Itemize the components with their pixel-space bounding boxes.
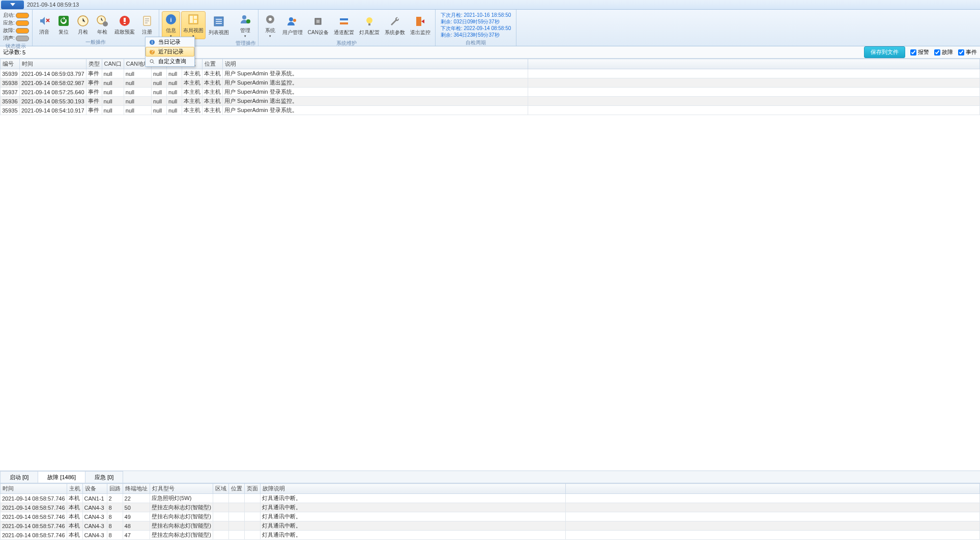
column-header[interactable]: 说明: [223, 59, 528, 69]
selfcheck-line: 剩余: 032日09时59分37秒: [441, 18, 511, 25]
reset-icon: [56, 14, 71, 28]
ribbon-group-status: 启动: 应急: 故障: 消声: 状态提示: [0, 10, 33, 46]
tab-fault[interactable]: 故障 [1486]: [38, 471, 85, 483]
svg-rect-25: [416, 17, 421, 26]
column-header[interactable]: 区域: [213, 484, 228, 494]
mute-button[interactable]: 消音: [35, 11, 53, 38]
table-row[interactable]: 359382021-09-14 08:58:02.987事件nullnullnu…: [1, 78, 980, 88]
svg-point-23: [366, 17, 372, 23]
checkbox-event[interactable]: 事件: [958, 48, 977, 56]
info-dropdown: i当日记录 ?近7日记录 自定义查询: [145, 37, 195, 67]
column-header[interactable]: 时间: [1, 484, 67, 494]
monthcheck-button[interactable]: 月检: [74, 11, 92, 38]
table-row[interactable]: 359352021-09-14 08:54:10.917事件nullnullnu…: [1, 106, 980, 115]
svg-rect-9: [190, 16, 193, 23]
table-row[interactable]: 359362021-09-14 08:55:30.193事件nullnullnu…: [1, 97, 980, 106]
status-emergency: 应急:: [3, 19, 29, 26]
ribbon-group-manage: 管理▾ 管理操作: [234, 10, 258, 46]
table-row[interactable]: 2021-09-14 08:58:57.746本机CAN1-1222应急照明灯(…: [1, 494, 980, 503]
selfcheck-line: 下次年检: 2022-09-14 08:58:50: [441, 25, 511, 32]
svg-point-14: [246, 19, 250, 23]
svg-text:?: ?: [151, 49, 154, 54]
column-header[interactable]: 灯具型号: [150, 484, 213, 494]
ribbon-group-system: 系统▾ 用户管理 CAN设备 通道配置 灯具配置 系统参数 退出监控 系统维护: [258, 10, 436, 46]
column-header[interactable]: 编号: [1, 59, 20, 69]
table-row[interactable]: 2021-09-14 08:58:57.746本机CAN4-3849壁挂右向标志…: [1, 512, 980, 521]
datetime-display: 2021-09-14 08:59:13: [27, 2, 79, 8]
evac-icon: [118, 14, 132, 28]
column-header[interactable]: 位置: [228, 484, 244, 494]
document-icon: [140, 14, 154, 28]
layoutview-button[interactable]: 布局视图▾: [181, 11, 206, 39]
save-to-file-button[interactable]: 保存到文件: [864, 46, 905, 58]
checkbox-alarm[interactable]: 报警: [910, 48, 929, 56]
dropdown-last7[interactable]: ?近7日记录: [146, 47, 194, 57]
bottom-tabs: 启动 [0] 故障 [1486] 应急 [0]: [0, 471, 980, 483]
ribbon-group-label: 一般操作: [35, 39, 157, 46]
column-header[interactable]: 类型: [86, 59, 102, 69]
column-header[interactable]: 页面: [244, 484, 260, 494]
candev-button[interactable]: CAN设备: [306, 11, 331, 39]
user-manage-icon: [238, 12, 252, 26]
sysparam-button[interactable]: 系统参数: [383, 11, 407, 39]
selfcheck-line: 下次月检: 2021-10-16 18:58:50: [441, 12, 511, 18]
column-header[interactable]: 终端地址: [123, 484, 150, 494]
column-header[interactable]: 回路: [107, 484, 123, 494]
ribbon-group-label: 管理操作: [236, 40, 256, 47]
column-header[interactable]: CAN口: [102, 59, 124, 69]
recordcount-label: 记录数:: [3, 48, 21, 56]
svg-rect-22: [340, 22, 348, 24]
list-icon: [212, 14, 226, 29]
ribbon-group-label: 系统维护: [261, 40, 433, 47]
evacplan-button[interactable]: 疏散预案: [112, 11, 137, 38]
column-header[interactable]: 故障说明: [260, 484, 565, 494]
selfcheck-line: 剩余: 364日23时59分37秒: [441, 32, 511, 38]
chip-icon: [311, 14, 325, 29]
listview-button[interactable]: 列表视图: [207, 11, 231, 39]
column-header[interactable]: 主机: [67, 484, 82, 494]
svg-point-3: [103, 21, 108, 26]
table-row[interactable]: 359372021-09-14 08:57:25.640事件nullnullnu…: [1, 88, 980, 97]
exitmon-button[interactable]: 退出监控: [408, 11, 433, 39]
column-header[interactable]: 设备: [82, 484, 107, 494]
chancfg-button[interactable]: 通道配置: [332, 11, 356, 39]
column-header[interactable]: 时间: [20, 59, 87, 69]
lamp-icon: [362, 14, 377, 29]
table-row[interactable]: 2021-09-14 08:58:57.746本机CAN4-3850壁挂左向标志…: [1, 503, 980, 512]
manage-button[interactable]: 管理▾: [236, 11, 254, 39]
gear-icon: [263, 12, 277, 26]
svg-point-13: [242, 15, 246, 19]
svg-text:i: i: [152, 39, 153, 45]
status-fault: 故障:: [3, 27, 29, 34]
table-row[interactable]: 2021-09-14 08:58:57.746本机CAN4-3847壁挂左向标志…: [1, 531, 980, 540]
main-grid[interactable]: 编号时间类型CAN口CAN地址区域位置说明 359392021-09-14 08…: [0, 59, 980, 471]
info-icon: i: [164, 12, 178, 26]
clock-gear-icon: [95, 14, 109, 28]
title-bar: 2021-09-14 08:59:13: [0, 0, 980, 10]
info-button[interactable]: i信息▾: [162, 11, 180, 39]
app-menu-button[interactable]: [1, 1, 24, 9]
users-icon: [285, 14, 300, 29]
system-button[interactable]: 系统▾: [261, 11, 279, 39]
table-row[interactable]: 359392021-09-14 08:59:03.797事件nullnullnu…: [1, 69, 980, 78]
svg-point-17: [289, 17, 293, 21]
svg-point-16: [269, 18, 272, 21]
dropdown-custom[interactable]: 自定义查询: [146, 57, 194, 66]
column-header[interactable]: 位置: [203, 59, 223, 69]
checkbox-fault[interactable]: 故障: [934, 48, 953, 56]
question-icon: ?: [148, 48, 156, 56]
usermgr-button[interactable]: 用户管理: [280, 11, 305, 39]
reset-button[interactable]: 复位: [54, 11, 73, 38]
dropdown-today[interactable]: i当日记录: [146, 37, 194, 47]
bottom-grid[interactable]: 时间主机设备回路终端地址灯具型号区域位置页面故障说明 2021-09-14 08…: [0, 483, 980, 552]
lampcfg-button[interactable]: 灯具配置: [357, 11, 382, 39]
channel-icon: [337, 14, 351, 29]
register-button[interactable]: 注册: [138, 11, 156, 38]
table-row[interactable]: 2021-09-14 08:58:57.746本机CAN4-3848壁挂右向标志…: [1, 521, 980, 531]
tab-emergency[interactable]: 应急 [0]: [85, 471, 123, 483]
clock-icon: [76, 14, 90, 28]
speaker-mute-icon: [37, 14, 51, 28]
svg-rect-11: [194, 20, 197, 23]
tab-startup[interactable]: 启动 [0]: [0, 471, 38, 483]
yearcheck-button[interactable]: 年检: [93, 11, 111, 38]
